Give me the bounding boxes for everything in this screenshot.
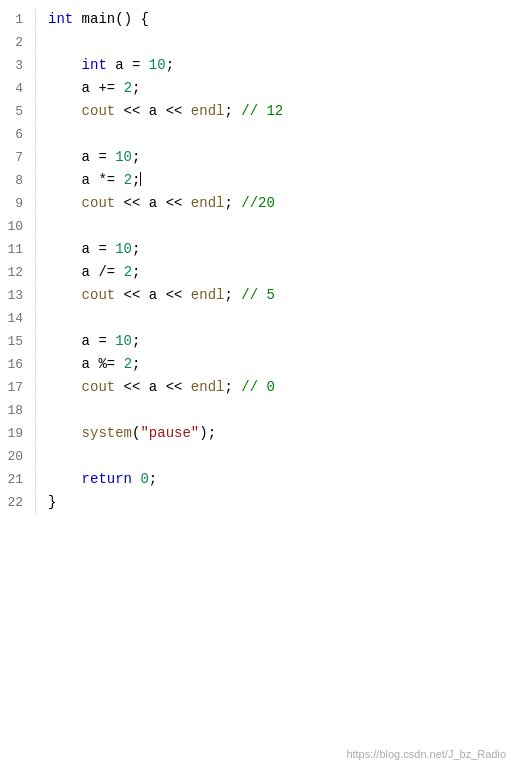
- code-line: 3 int a = 10;: [0, 54, 516, 77]
- token-io: cout: [82, 287, 116, 303]
- token-plain: a =: [107, 57, 149, 73]
- token-plain: ;: [132, 241, 140, 257]
- line-number: 8: [0, 170, 36, 192]
- line-number: 11: [0, 239, 36, 261]
- token-num: 10: [115, 241, 132, 257]
- line-number: 9: [0, 193, 36, 215]
- token-io: endl: [191, 103, 225, 119]
- token-num: 10: [149, 57, 166, 73]
- token-plain: ;: [224, 195, 241, 211]
- line-content: a %= 2;: [48, 353, 516, 375]
- line-content: a = 10;: [48, 146, 516, 168]
- token-kw: int: [48, 11, 73, 27]
- token-io: cout: [82, 379, 116, 395]
- code-line: 6: [0, 123, 516, 146]
- line-number: 2: [0, 32, 36, 54]
- code-line: 10: [0, 215, 516, 238]
- token-num: 2: [124, 80, 132, 96]
- token-num: 2: [124, 172, 132, 188]
- line-content: cout << a << endl; // 0: [48, 376, 516, 398]
- token-plain: << a <<: [115, 379, 191, 395]
- token-plain: a =: [48, 149, 115, 165]
- line-content: [48, 399, 516, 421]
- token-num: 10: [115, 333, 132, 349]
- code-line: 14: [0, 307, 516, 330]
- line-content: [48, 445, 516, 467]
- token-num: 2: [124, 356, 132, 372]
- token-cmt: // 0: [241, 379, 275, 395]
- token-plain: a +=: [48, 80, 124, 96]
- code-line: 5 cout << a << endl; // 12: [0, 100, 516, 123]
- token-plain: [48, 57, 82, 73]
- token-plain: ;: [132, 172, 140, 188]
- line-number: 15: [0, 331, 36, 353]
- line-number: 5: [0, 101, 36, 123]
- line-number: 7: [0, 147, 36, 169]
- token-plain: ;: [224, 103, 241, 119]
- line-number: 13: [0, 285, 36, 307]
- line-number: 12: [0, 262, 36, 284]
- code-line: 22}: [0, 491, 516, 514]
- token-plain: << a <<: [115, 287, 191, 303]
- line-content: return 0;: [48, 468, 516, 490]
- text-cursor: [140, 172, 141, 186]
- token-plain: ;: [224, 287, 241, 303]
- code-line: 4 a += 2;: [0, 77, 516, 100]
- token-plain: ;: [132, 149, 140, 165]
- token-str: "pause": [140, 425, 199, 441]
- line-content: cout << a << endl; // 12: [48, 100, 516, 122]
- token-plain: ;: [166, 57, 174, 73]
- line-content: }: [48, 491, 516, 513]
- code-line: 16 a %= 2;: [0, 353, 516, 376]
- token-plain: [48, 103, 82, 119]
- line-number: 16: [0, 354, 36, 376]
- token-kw: int: [82, 57, 107, 73]
- line-content: cout << a << endl; //20: [48, 192, 516, 214]
- code-line: 18: [0, 399, 516, 422]
- line-content: a /= 2;: [48, 261, 516, 283]
- code-line: 17 cout << a << endl; // 0: [0, 376, 516, 399]
- token-plain: );: [199, 425, 216, 441]
- line-number: 10: [0, 216, 36, 238]
- line-content: [48, 215, 516, 237]
- code-line: 19 system("pause");: [0, 422, 516, 445]
- line-number: 17: [0, 377, 36, 399]
- token-kw: return: [82, 471, 132, 487]
- line-content: a = 10;: [48, 238, 516, 260]
- code-area: 1int main() {2 3 int a = 10;4 a += 2;5 c…: [0, 0, 516, 766]
- token-cmt: //20: [241, 195, 275, 211]
- token-sys: system: [82, 425, 132, 441]
- line-number: 22: [0, 492, 36, 514]
- line-number: 1: [0, 9, 36, 31]
- token-plain: ;: [149, 471, 157, 487]
- line-content: int main() {: [48, 8, 516, 30]
- token-cmt: // 12: [241, 103, 283, 119]
- token-plain: [48, 425, 82, 441]
- token-plain: a /=: [48, 264, 124, 280]
- token-io: cout: [82, 195, 116, 211]
- line-content: [48, 123, 516, 145]
- line-number: 6: [0, 124, 36, 146]
- code-line: 8 a *= 2;: [0, 169, 516, 192]
- line-number: 14: [0, 308, 36, 330]
- code-line: 13 cout << a << endl; // 5: [0, 284, 516, 307]
- code-line: 2: [0, 31, 516, 54]
- line-content: int a = 10;: [48, 54, 516, 76]
- token-plain: ;: [132, 80, 140, 96]
- line-content: cout << a << endl; // 5: [48, 284, 516, 306]
- token-plain: a =: [48, 333, 115, 349]
- line-number: 21: [0, 469, 36, 491]
- token-num: 2: [124, 264, 132, 280]
- code-editor: 1int main() {2 3 int a = 10;4 a += 2;5 c…: [0, 0, 516, 766]
- token-io: endl: [191, 287, 225, 303]
- token-plain: [48, 195, 82, 211]
- token-plain: << a <<: [115, 195, 191, 211]
- code-line: 7 a = 10;: [0, 146, 516, 169]
- code-line: 1int main() {: [0, 8, 516, 31]
- token-plain: a =: [48, 241, 115, 257]
- token-cmt: // 5: [241, 287, 275, 303]
- line-content: [48, 307, 516, 329]
- token-plain: ;: [224, 379, 241, 395]
- token-plain: [48, 287, 82, 303]
- line-number: 20: [0, 446, 36, 468]
